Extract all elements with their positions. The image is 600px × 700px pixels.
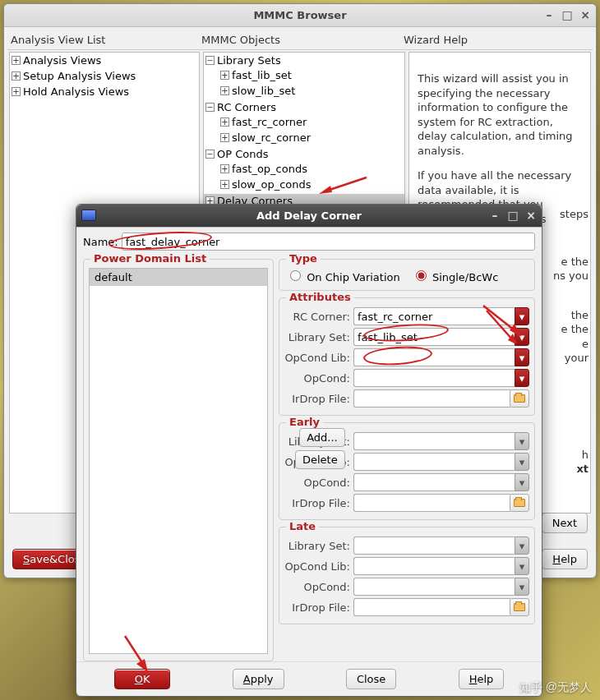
expand-icon[interactable]: + [12, 56, 21, 65]
folder-icon [514, 603, 525, 611]
expand-icon[interactable]: + [220, 164, 229, 173]
early-library-set-input[interactable] [353, 432, 515, 450]
tree-item-analysis-views[interactable]: +Analysis Views [10, 53, 199, 67]
tree-item-fast-op-conds[interactable]: +fast_op_conds [219, 162, 404, 176]
folder-icon [514, 499, 525, 507]
early-irdrop-file-input[interactable] [353, 494, 510, 512]
early-opcond-input[interactable] [353, 473, 515, 491]
file-browse-button[interactable] [510, 598, 529, 616]
help-button[interactable]: Help [542, 549, 588, 569]
dropdown-icon[interactable]: ▾ [515, 307, 529, 325]
expand-icon[interactable]: + [220, 133, 229, 142]
close-button[interactable]: Close [346, 669, 396, 689]
app-icon [81, 210, 96, 221]
late-opcond-label: OpCond: [284, 581, 350, 593]
late-irdrop-file-input[interactable] [353, 598, 510, 616]
early-opcond-lib-input[interactable] [353, 453, 515, 471]
help-text-fragment: steps e the ns you the e the e your h xt [539, 207, 588, 477]
close-icon[interactable]: × [524, 208, 538, 223]
folder-icon [514, 394, 525, 403]
early-irdrop-file-label: IrDrop File: [284, 497, 350, 509]
expand-icon[interactable]: + [12, 71, 21, 81]
opcond-label: OpCond: [284, 372, 350, 385]
dropdown-icon[interactable]: ▾ [515, 578, 529, 596]
name-input[interactable] [122, 233, 535, 251]
tree-item-fast-lib-set[interactable]: +fast_lib_set [219, 68, 404, 82]
mmmc-objects-header: MMMC Objects [198, 30, 400, 50]
radio-ocv[interactable]: On Chip Variation [286, 268, 400, 283]
late-legend: Late [286, 520, 319, 532]
collapse-icon[interactable]: − [205, 56, 215, 65]
dialog-title: Add Delay Corner [256, 210, 362, 222]
late-opcond-lib-label: OpCond Lib: [284, 560, 350, 573]
help-button[interactable]: Help [459, 669, 505, 689]
late-irdrop-file-label: IrDrop File: [284, 601, 350, 614]
opcond-lib-label: OpCond Lib: [284, 352, 350, 364]
dropdown-icon[interactable]: ▾ [515, 557, 529, 575]
next-button[interactable]: Next [542, 513, 588, 533]
tree-item-slow-rc-corner[interactable]: +slow_rc_corner [219, 131, 404, 145]
rc-corner-input[interactable] [353, 307, 515, 325]
tree-item-rc-corners[interactable]: −RC Corners [204, 100, 404, 114]
dropdown-icon[interactable]: ▾ [515, 453, 529, 471]
expand-icon[interactable]: + [220, 86, 229, 95]
early-legend: Early [286, 416, 323, 428]
tree-item-slow-op-conds[interactable]: +slow_op_conds [219, 177, 404, 191]
dropdown-icon[interactable]: ▾ [515, 369, 529, 387]
add-power-domain-button[interactable]: Add... [299, 428, 345, 447]
tree-item-op-conds[interactable]: −OP Conds [204, 147, 404, 161]
expand-icon[interactable]: + [220, 117, 229, 127]
tree-item-library-sets[interactable]: −Library Sets [204, 53, 404, 67]
dropdown-icon[interactable]: ▾ [515, 432, 529, 450]
maximize-icon[interactable]: □ [560, 7, 575, 22]
collapse-icon[interactable]: − [205, 150, 215, 159]
dropdown-icon[interactable]: ▾ [515, 473, 529, 491]
dropdown-icon[interactable]: ▾ [515, 328, 529, 346]
late-opcond-input[interactable] [353, 578, 515, 596]
analysis-view-list-header: Analysis View List [7, 30, 198, 50]
radio-single-bcwc[interactable]: Single/BcWc [412, 268, 499, 283]
irdrop-file-input[interactable] [353, 389, 510, 408]
type-legend: Type [286, 254, 321, 265]
expand-icon[interactable]: + [220, 180, 229, 189]
wizard-help-header: Wizard Help [400, 30, 593, 50]
name-label: Name: [83, 236, 118, 248]
tree-item-hold-analysis-views[interactable]: +Hold Analysis Views [10, 85, 199, 99]
watermark: 知乎 @无梦人 [519, 680, 592, 695]
power-domain-item[interactable]: default [90, 269, 267, 286]
late-library-set-label: Library Set: [284, 540, 350, 552]
dialog-titlebar[interactable]: Add Delay Corner – □ × [76, 205, 542, 228]
file-browse-button[interactable] [510, 389, 529, 408]
close-icon[interactable]: × [578, 7, 593, 22]
late-opcond-lib-input[interactable] [353, 557, 515, 575]
rc-corner-label: RC Corner: [284, 311, 350, 323]
attributes-legend: Attributes [286, 291, 354, 303]
main-titlebar[interactable]: MMMC Browser – □ × [4, 4, 596, 27]
opcond-lib-input[interactable] [353, 348, 515, 366]
tree-item-fast-rc-corner[interactable]: +fast_rc_corner [219, 115, 404, 129]
add-delay-corner-dialog: Add Delay Corner – □ × Name: Power Domai… [76, 204, 542, 697]
file-browse-button[interactable] [510, 494, 529, 512]
help-paragraph: This wizard will assist you in specifyin… [418, 71, 582, 158]
main-title: MMMC Browser [253, 9, 346, 21]
power-domain-list[interactable]: default [89, 268, 268, 654]
maximize-icon[interactable]: □ [505, 208, 520, 223]
apply-button[interactable]: Apply [233, 669, 284, 689]
irdrop-file-label: IrDrop File: [284, 393, 350, 405]
late-library-set-input[interactable] [353, 537, 515, 555]
library-set-input[interactable] [353, 328, 515, 346]
dropdown-icon[interactable]: ▾ [515, 537, 529, 555]
minimize-icon[interactable]: – [542, 7, 556, 22]
early-opcond-label: OpCond: [284, 477, 350, 489]
minimize-icon[interactable]: – [487, 208, 502, 223]
delete-power-domain-button[interactable]: Delete [295, 450, 345, 469]
expand-icon[interactable]: + [12, 87, 21, 96]
tree-item-setup-analysis-views[interactable]: +Setup Analysis Views [10, 69, 199, 83]
ok-button[interactable]: OK [114, 669, 171, 689]
collapse-icon[interactable]: − [205, 103, 215, 112]
dropdown-icon[interactable]: ▾ [515, 348, 529, 366]
tree-item-slow-lib-set[interactable]: +slow_lib_set [219, 84, 404, 98]
opcond-input[interactable] [353, 369, 515, 387]
expand-icon[interactable]: + [220, 71, 229, 80]
library-set-label: Library Set: [284, 331, 350, 343]
